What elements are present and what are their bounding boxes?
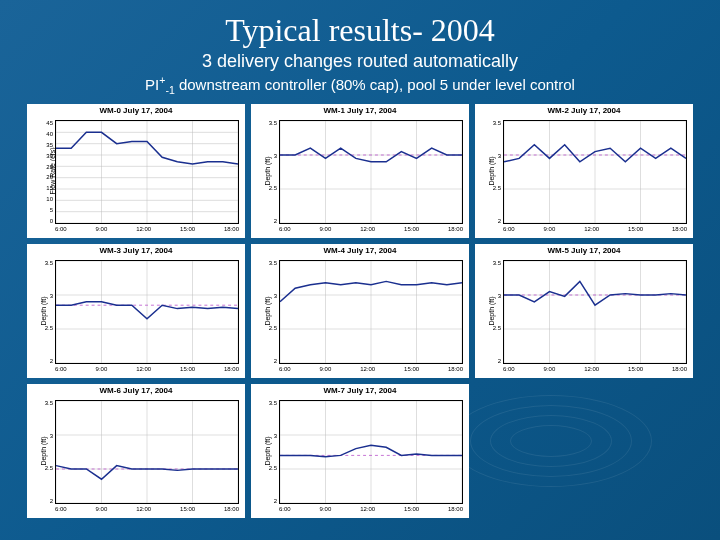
x-ticks: 6:009:0012:0015:0018:00 — [503, 226, 687, 236]
x-ticks: 6:009:0012:0015:0018:00 — [279, 506, 463, 516]
subtitle2-sub: -1 — [165, 84, 174, 96]
panel-title: WM-1 July 17, 2004 — [251, 104, 469, 115]
y-ticks: 3.532.52 — [265, 260, 277, 364]
plot-area — [279, 260, 463, 364]
y-ticks: 3.532.52 — [265, 400, 277, 504]
plot-area — [279, 120, 463, 224]
chart-panel-5: WM-5 July 17, 2004Depth (ft)3.532.526:00… — [475, 244, 693, 378]
panel-title: WM-4 July 17, 2004 — [251, 244, 469, 255]
panel-title: WM-0 July 17, 2004 — [27, 104, 245, 115]
plot-area — [503, 260, 687, 364]
chart-panel-6: WM-6 July 17, 2004Depth (ft)3.532.526:00… — [27, 384, 245, 518]
empty-cell — [475, 384, 693, 518]
x-ticks: 6:009:0012:0015:0018:00 — [279, 226, 463, 236]
chart-grid: WM-0 July 17, 2004Flow Rate (cfs)4540353… — [27, 104, 693, 518]
chart-panel-0: WM-0 July 17, 2004Flow Rate (cfs)4540353… — [27, 104, 245, 238]
chart-panel-3: WM-3 July 17, 2004Depth (ft)3.532.526:00… — [27, 244, 245, 378]
y-ticks: 3.532.52 — [489, 260, 501, 364]
x-ticks: 6:009:0012:0015:0018:00 — [55, 226, 239, 236]
panel-title: WM-3 July 17, 2004 — [27, 244, 245, 255]
panel-title: WM-5 July 17, 2004 — [475, 244, 693, 255]
y-ticks: 3.532.52 — [265, 120, 277, 224]
subtitle2-pre: PI — [145, 76, 159, 93]
panel-title: WM-2 July 17, 2004 — [475, 104, 693, 115]
x-ticks: 6:009:0012:0015:0018:00 — [503, 366, 687, 376]
slide-subtitle-2: PI+-1 downstream controller (80% cap), p… — [0, 74, 720, 96]
panel-title: WM-7 July 17, 2004 — [251, 384, 469, 395]
y-ticks: 3.532.52 — [41, 260, 53, 364]
y-ticks: 454035302520151050 — [41, 120, 53, 224]
slide-subtitle-1: 3 delivery changes routed automatically — [0, 51, 720, 72]
chart-panel-2: WM-2 July 17, 2004Depth (ft)3.532.526:00… — [475, 104, 693, 238]
chart-panel-4: WM-4 July 17, 2004Depth (ft)3.532.526:00… — [251, 244, 469, 378]
plot-area — [503, 120, 687, 224]
slide-title: Typical results- 2004 — [0, 0, 720, 49]
subtitle2-post: downstream controller (80% cap), pool 5 … — [175, 76, 575, 93]
chart-panel-7: WM-7 July 17, 2004Depth (ft)3.532.526:00… — [251, 384, 469, 518]
y-ticks: 3.532.52 — [489, 120, 501, 224]
plot-area — [55, 260, 239, 364]
x-ticks: 6:009:0012:0015:0018:00 — [55, 506, 239, 516]
y-ticks: 3.532.52 — [41, 400, 53, 504]
plot-area — [279, 400, 463, 504]
plot-area — [55, 400, 239, 504]
panel-title: WM-6 July 17, 2004 — [27, 384, 245, 395]
plot-area — [55, 120, 239, 224]
chart-panel-1: WM-1 July 17, 2004Depth (ft)3.532.526:00… — [251, 104, 469, 238]
x-ticks: 6:009:0012:0015:0018:00 — [279, 366, 463, 376]
x-ticks: 6:009:0012:0015:0018:00 — [55, 366, 239, 376]
